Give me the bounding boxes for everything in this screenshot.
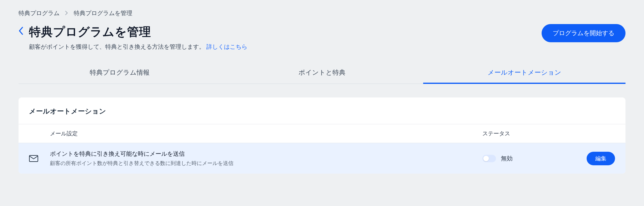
mail-icon xyxy=(29,155,50,162)
breadcrumb: 特典プログラム 特典プログラムを管理 xyxy=(19,9,625,17)
subtitle-text: 顧客がポイントを獲得して、特典と引き換える方法を管理します。 xyxy=(29,43,205,50)
row-status: 無効 xyxy=(482,154,572,163)
page-header: 特典プログラムを管理 顧客がポイントを獲得して、特典と引き換える方法を管理します… xyxy=(19,24,625,51)
col-header-status: ステータス xyxy=(482,130,572,137)
row-actions: 編集 xyxy=(572,152,615,165)
status-toggle[interactable] xyxy=(482,155,496,162)
automation-card: メールオートメーション メール設定 ステータス ポイントを特典に引き換え可能な時… xyxy=(19,97,625,174)
edit-button[interactable]: 編集 xyxy=(587,152,615,165)
tab-program-info[interactable]: 特典プログラム情報 xyxy=(19,63,221,84)
chevron-right-icon xyxy=(65,10,68,17)
section-title: メールオートメーション xyxy=(19,97,625,124)
status-label: 無効 xyxy=(501,154,513,163)
breadcrumb-root[interactable]: 特典プログラム xyxy=(19,9,60,17)
row-content: ポイントを特典に引き換え可能な時にメールを送信 顧客の所有ポイント数が特典と引き… xyxy=(50,150,482,167)
toggle-knob xyxy=(483,156,489,161)
table-row: ポイントを特典に引き換え可能な時にメールを送信 顧客の所有ポイント数が特典と引き… xyxy=(19,143,625,174)
page-root: 特典プログラム 特典プログラムを管理 特典プログラムを管理 顧客がポイントを獲得… xyxy=(0,0,644,186)
tab-email-automation[interactable]: メールオートメーション xyxy=(423,63,625,84)
tab-bar: 特典プログラム情報 ポイントと特典 メールオートメーション xyxy=(19,63,625,84)
col-header-name: メール設定 xyxy=(50,130,482,137)
table-header: メール設定 ステータス xyxy=(19,124,625,143)
learn-more-link[interactable]: 詳しくはこちら xyxy=(206,43,247,50)
breadcrumb-current: 特典プログラムを管理 xyxy=(74,9,132,17)
title-block: 特典プログラムを管理 顧客がポイントを獲得して、特典と引き換える方法を管理します… xyxy=(19,24,247,51)
svg-rect-0 xyxy=(29,155,38,162)
row-title: ポイントを特典に引き換え可能な時にメールを送信 xyxy=(50,150,482,158)
start-program-button[interactable]: プログラムを開始する xyxy=(542,24,625,42)
page-subtitle: 顧客がポイントを獲得して、特典と引き換える方法を管理します。 詳しくはこちら xyxy=(29,43,247,51)
row-description: 顧客の所有ポイント数が特典と引き替えできる数に到達した時にメールを送信 xyxy=(50,160,482,167)
tab-points-rewards[interactable]: ポイントと特典 xyxy=(221,63,423,84)
page-title: 特典プログラムを管理 xyxy=(29,24,247,40)
title-text: 特典プログラムを管理 顧客がポイントを獲得して、特典と引き換える方法を管理します… xyxy=(29,24,247,51)
back-button[interactable] xyxy=(19,27,23,37)
